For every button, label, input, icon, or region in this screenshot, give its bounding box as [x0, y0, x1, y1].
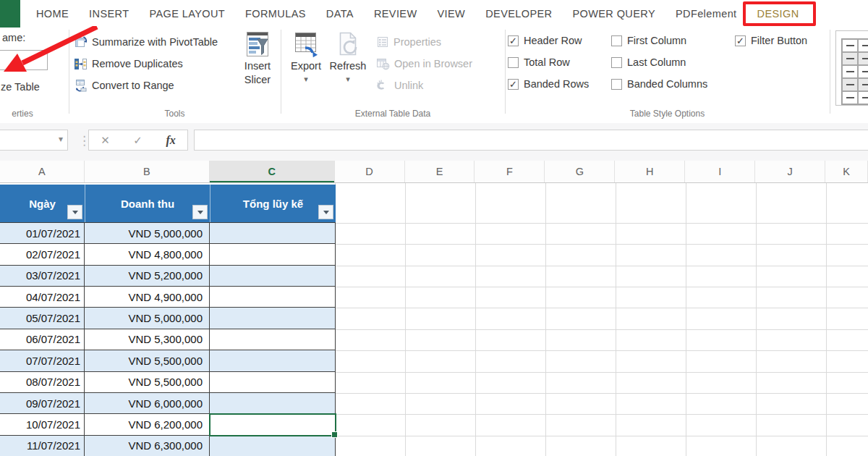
- column-header-h[interactable]: H: [615, 161, 685, 182]
- cell-date[interactable]: 10/07/2021: [0, 414, 85, 434]
- tab-design[interactable]: DESIGN: [747, 0, 809, 28]
- cell-rev[interactable]: VND 5,500,000: [85, 350, 210, 371]
- cell-rev[interactable]: VND 6,000,000: [85, 393, 210, 413]
- table-row[interactable]: 11/07/2021VND 6,300,000: [0, 436, 336, 456]
- table-row[interactable]: 07/07/2021VND 5,500,000: [0, 350, 336, 371]
- cell-cum[interactable]: [210, 266, 336, 286]
- cell-rev[interactable]: VND 5,300,000: [85, 329, 210, 350]
- insert-slicer-button[interactable]: Insert Slicer: [237, 30, 278, 87]
- cell-date[interactable]: 01/07/2021: [0, 223, 85, 243]
- cell-cum[interactable]: [210, 329, 336, 350]
- table-row[interactable]: 02/07/2021VND 4,800,000: [0, 244, 336, 265]
- cell-cum[interactable]: [210, 223, 336, 243]
- remove-duplicates-button[interactable]: Remove Duplicates: [74, 54, 183, 73]
- column-header-d[interactable]: D: [335, 161, 405, 182]
- table-row[interactable]: 08/07/2021VND 5,500,000: [0, 372, 336, 393]
- cell-cum[interactable]: [210, 393, 336, 413]
- resize-table-button[interactable]: ze Table: [1, 81, 40, 93]
- tab-page-layout[interactable]: PAGE LAYOUT: [139, 0, 235, 28]
- checkbox-banded-columns[interactable]: Banded Columns: [611, 76, 707, 92]
- column-header-b[interactable]: B: [85, 161, 210, 182]
- table-header-t-ng-l-y-k-[interactable]: Tổng lũy kế: [210, 185, 336, 222]
- cell-date[interactable]: 02/07/2021: [0, 244, 85, 264]
- filter-button[interactable]: [318, 205, 333, 219]
- fill-handle[interactable]: [331, 431, 338, 438]
- sheet-grid[interactable]: NgàyDoanh thuTổng lũy kế 01/07/2021VND 5…: [0, 183, 868, 456]
- cell-date[interactable]: 05/07/2021: [0, 308, 85, 328]
- checkbox-box-icon[interactable]: [611, 57, 622, 68]
- column-header-k[interactable]: K: [825, 161, 868, 182]
- checkbox-box-icon[interactable]: ✓: [508, 79, 519, 90]
- cell-date[interactable]: 04/07/2021: [0, 287, 85, 307]
- table-name-input[interactable]: [0, 50, 48, 70]
- enter-icon[interactable]: ✓: [133, 134, 142, 147]
- tab-developer[interactable]: DEVELOPER: [475, 0, 562, 28]
- name-box-dropdown-icon[interactable]: ▾: [59, 134, 63, 144]
- checkbox-last-column[interactable]: Last Column: [611, 54, 707, 70]
- column-header-i[interactable]: I: [685, 161, 755, 182]
- checkbox-banded-rows[interactable]: ✓Banded Rows: [508, 76, 589, 92]
- cell-cum[interactable]: [210, 308, 336, 328]
- cell-rev[interactable]: VND 5,000,000: [85, 223, 210, 243]
- cell-date[interactable]: 03/07/2021: [0, 266, 85, 286]
- cell-cum[interactable]: [210, 350, 336, 371]
- selected-cell[interactable]: [209, 413, 336, 436]
- checkbox-total-row[interactable]: Total Row: [508, 54, 589, 70]
- table-styles-gallery-item[interactable]: [835, 30, 868, 106]
- checkbox-box-icon[interactable]: [611, 35, 622, 46]
- checkbox-box-icon[interactable]: [611, 79, 622, 90]
- cell-rev[interactable]: VND 4,800,000: [85, 244, 210, 264]
- summarize-with-pivottable-button[interactable]: Summarize with PivotTable: [74, 33, 218, 51]
- column-header-f[interactable]: F: [475, 161, 545, 182]
- export-button[interactable]: Export ▾: [286, 30, 326, 83]
- checkbox-box-icon[interactable]: ✓: [735, 35, 746, 46]
- tab-review[interactable]: REVIEW: [364, 0, 427, 28]
- checkbox-header-row[interactable]: ✓Header Row: [508, 33, 589, 48]
- table-row[interactable]: 04/07/2021VND 4,900,000: [0, 287, 336, 308]
- cell-date[interactable]: 11/07/2021: [0, 436, 85, 456]
- tab-insert[interactable]: INSERT: [79, 0, 139, 28]
- table-row[interactable]: 06/07/2021VND 5,300,000: [0, 329, 336, 350]
- cell-date[interactable]: 06/07/2021: [0, 329, 85, 350]
- table-header-doanh-thu[interactable]: Doanh thu: [85, 185, 210, 222]
- cell-date[interactable]: 09/07/2021: [0, 393, 85, 413]
- column-header-g[interactable]: G: [545, 161, 615, 182]
- column-header-a[interactable]: A: [0, 161, 85, 182]
- cancel-icon[interactable]: ✕: [101, 134, 110, 147]
- cell-date[interactable]: 07/07/2021: [0, 350, 85, 371]
- tab-formulas[interactable]: FORMULAS: [235, 0, 316, 28]
- table-header-ng-y[interactable]: Ngày: [0, 185, 85, 222]
- column-header-e[interactable]: E: [405, 161, 475, 182]
- cell-cum[interactable]: [210, 372, 336, 392]
- table-row[interactable]: 09/07/2021VND 6,000,000: [0, 393, 336, 414]
- formula-input[interactable]: [194, 130, 868, 151]
- tab-pdfelement[interactable]: PDFelement: [665, 0, 747, 28]
- checkbox-box-icon[interactable]: [508, 57, 519, 68]
- cell-rev[interactable]: VND 6,300,000: [85, 436, 210, 456]
- cell-rev[interactable]: VND 5,000,000: [85, 308, 210, 328]
- cell-cum[interactable]: [210, 436, 336, 456]
- checkbox-box-icon[interactable]: ✓: [508, 35, 519, 46]
- tab-home[interactable]: HOME: [26, 0, 79, 28]
- refresh-button[interactable]: Refresh ▾: [327, 30, 369, 83]
- cell-date[interactable]: 08/07/2021: [0, 372, 85, 392]
- filter-button[interactable]: [67, 205, 82, 219]
- cell-rev[interactable]: VND 5,200,000: [85, 266, 210, 286]
- cell-cum[interactable]: [210, 287, 336, 307]
- file-tab-stub[interactable]: [0, 0, 20, 28]
- insert-function-icon[interactable]: fx: [166, 134, 175, 147]
- filter-button[interactable]: [192, 205, 208, 219]
- checkbox-filter-button[interactable]: ✓Filter Button: [735, 33, 807, 48]
- cell-rev[interactable]: VND 6,200,000: [85, 414, 210, 434]
- column-header-j[interactable]: J: [755, 161, 825, 182]
- tab-power-query[interactable]: POWER QUERY: [562, 0, 665, 28]
- table-row[interactable]: 01/07/2021VND 5,000,000: [0, 223, 336, 244]
- name-box[interactable]: ▾: [0, 130, 68, 151]
- convert-to-range-button[interactable]: Convert to Range: [74, 76, 174, 95]
- checkbox-first-column[interactable]: First Column: [611, 33, 707, 48]
- cell-cum[interactable]: [210, 244, 336, 264]
- column-header-c[interactable]: C: [210, 161, 335, 182]
- table-row[interactable]: 03/07/2021VND 5,200,000: [0, 266, 336, 287]
- tab-view[interactable]: VIEW: [427, 0, 476, 28]
- cell-rev[interactable]: VND 4,900,000: [85, 287, 210, 307]
